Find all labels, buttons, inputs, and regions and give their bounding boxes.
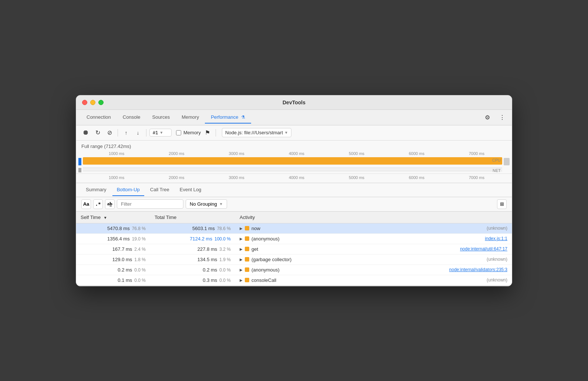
performance-icon: ⚗ bbox=[241, 115, 245, 120]
col-header-total-time[interactable]: Total Time bbox=[150, 212, 235, 223]
record-button[interactable]: ⏺ bbox=[81, 128, 91, 138]
col-header-activity: Activity bbox=[235, 212, 512, 223]
session-label: #1 bbox=[153, 130, 158, 135]
table-row: 167.7 ms2.4 %227.8 ms3.2 % ▶ get node:in… bbox=[76, 244, 512, 254]
expand-arrow[interactable]: ▶ bbox=[240, 247, 243, 251]
activity-cell: ▶ consoleCall (unknown) bbox=[235, 275, 512, 285]
activity-name: consoleCall bbox=[251, 277, 276, 283]
filter-input[interactable] bbox=[117, 199, 183, 209]
tab-performance[interactable]: Performance ⚗ bbox=[205, 111, 251, 124]
bottom-tabs: Summary Bottom-Up Call Tree Event Log bbox=[76, 183, 512, 197]
nav-tabs: Connection Console Sources Memory Perfor… bbox=[76, 110, 512, 125]
reload-button[interactable]: ↻ bbox=[92, 128, 103, 138]
source-link[interactable]: node:internal/util:647:17 bbox=[460, 246, 507, 252]
expand-arrow[interactable]: ▶ bbox=[240, 268, 243, 272]
source-link[interactable]: index.js:1:1 bbox=[485, 236, 507, 241]
time-mark-6000: 6000 ms bbox=[386, 151, 446, 156]
clear-button[interactable]: ⊘ bbox=[104, 128, 115, 138]
flamechart-button[interactable]: ⚑ bbox=[202, 128, 213, 138]
performance-table: Self Time ▼ Total Time Activity 5470.8 m… bbox=[76, 212, 512, 286]
sort-arrow-down: ▼ bbox=[104, 216, 107, 220]
session-selector[interactable]: #1 ▼ bbox=[149, 129, 172, 136]
total-time-cell: 7124.2 ms100.0 % bbox=[150, 233, 235, 244]
tab-connection[interactable]: Connection bbox=[81, 111, 117, 124]
activity-color-dot bbox=[245, 236, 249, 241]
aa-button[interactable]: Aa bbox=[81, 199, 91, 209]
settings-button[interactable]: ⚙ bbox=[482, 112, 493, 122]
case-button[interactable]: ab̲ bbox=[105, 199, 115, 209]
tab-bottom-up[interactable]: Bottom-Up bbox=[112, 184, 144, 196]
self-time-cell: 5470.8 ms76.8 % bbox=[76, 223, 150, 233]
activity-cell: ▶ now (unknown) bbox=[235, 223, 512, 233]
self-time-cell: 129.0 ms1.8 % bbox=[76, 254, 150, 264]
maximize-button[interactable] bbox=[98, 100, 104, 105]
download-button[interactable]: ↓ bbox=[133, 128, 143, 138]
tab-sources[interactable]: Sources bbox=[146, 111, 176, 124]
divider2 bbox=[146, 129, 146, 136]
expand-arrow[interactable]: ▶ bbox=[240, 278, 243, 282]
table-row: 1356.4 ms19.0 %7124.2 ms100.0 % ▶ (anony… bbox=[76, 233, 512, 244]
minimize-button[interactable] bbox=[90, 100, 95, 105]
tab-memory[interactable]: Memory bbox=[176, 111, 205, 124]
total-time-cell: 227.8 ms3.2 % bbox=[150, 244, 235, 254]
time-mark-b-6000: 6000 ms bbox=[386, 175, 446, 180]
time-mark-b-5000: 5000 ms bbox=[327, 175, 386, 180]
tab-event-log[interactable]: Event Log bbox=[175, 184, 206, 196]
source-plain: (unknown) bbox=[487, 277, 507, 283]
grouping-label: No Grouping bbox=[190, 201, 217, 207]
expand-arrow[interactable]: ▶ bbox=[240, 237, 243, 241]
memory-checkbox[interactable] bbox=[176, 130, 181, 135]
upload-button[interactable]: ↑ bbox=[121, 128, 131, 138]
time-mark-b-3000: 3000 ms bbox=[207, 175, 267, 180]
time-mark-5000: 5000 ms bbox=[327, 151, 386, 156]
self-time-cell: 167.7 ms2.4 % bbox=[76, 244, 150, 254]
activity-name: now bbox=[251, 226, 260, 231]
total-time-cell: 5603.1 ms78.6 % bbox=[150, 223, 235, 233]
memory-label: Memory bbox=[183, 130, 201, 135]
cpu-bar bbox=[83, 157, 502, 165]
activity-cell: ▶ (anonymous) node:internal/validators:2… bbox=[235, 264, 512, 275]
activity-name: get bbox=[251, 246, 258, 252]
time-mark-1000: 1000 ms bbox=[87, 151, 146, 156]
source-plain: (unknown) bbox=[487, 226, 507, 231]
table-row: 0.2 ms0.0 %0.2 ms0.0 % ▶ (anonymous) nod… bbox=[76, 264, 512, 275]
tab-call-tree[interactable]: Call Tree bbox=[146, 184, 174, 196]
expand-arrow[interactable]: ▶ bbox=[240, 226, 243, 230]
col-header-self-time[interactable]: Self Time ▼ bbox=[76, 212, 150, 223]
time-mark-b-2000: 2000 ms bbox=[146, 175, 206, 180]
cpu-label: CPU bbox=[492, 158, 501, 162]
more-button[interactable]: ⋮ bbox=[497, 112, 507, 122]
grouping-dropdown-icon: ▼ bbox=[219, 202, 223, 206]
net-label: NET bbox=[493, 168, 501, 173]
time-mark-b-4000: 4000 ms bbox=[267, 175, 327, 180]
activity-name: (anonymous) bbox=[251, 267, 280, 273]
total-time-cell: 134.5 ms1.9 % bbox=[150, 254, 235, 264]
close-button[interactable] bbox=[82, 100, 87, 105]
node-selector-label: Node.js: file:///Users/stmart bbox=[225, 130, 283, 135]
memory-checkbox-group: Memory bbox=[176, 130, 201, 135]
time-mark-2000: 2000 ms bbox=[146, 151, 206, 156]
range-label: Full range (7127.42ms) bbox=[76, 144, 512, 151]
self-time-cell: 1356.4 ms19.0 % bbox=[76, 233, 150, 244]
tab-summary[interactable]: Summary bbox=[81, 184, 111, 196]
divider1 bbox=[118, 129, 118, 136]
grouping-selector[interactable]: No Grouping ▼ bbox=[186, 199, 227, 209]
source-plain: (unknown) bbox=[487, 257, 507, 262]
source-link[interactable]: node:internal/validators:235:3 bbox=[449, 267, 507, 272]
activity-color-dot bbox=[245, 278, 249, 282]
regex-button[interactable]: .* bbox=[93, 199, 103, 209]
time-mark-3000: 3000 ms bbox=[207, 151, 267, 156]
expand-arrow[interactable]: ▶ bbox=[240, 257, 243, 262]
panel-toggle[interactable]: ⊞ bbox=[497, 199, 507, 209]
time-ruler-bottom: 1000 ms 2000 ms 3000 ms 4000 ms 5000 ms … bbox=[76, 173, 512, 181]
filter-bar: Aa .* ab̲ No Grouping ▼ ⊞ bbox=[76, 197, 512, 212]
activity-color-dot bbox=[245, 257, 249, 262]
time-ruler-top: 1000 ms 2000 ms 3000 ms 4000 ms 5000 ms … bbox=[76, 151, 512, 156]
self-time-cell: 0.2 ms0.0 % bbox=[76, 264, 150, 275]
activity-color-dot bbox=[245, 267, 249, 272]
activity-color-dot bbox=[245, 226, 249, 230]
time-mark-b-1000: 1000 ms bbox=[87, 175, 146, 180]
node-selector[interactable]: Node.js: file:///Users/stmart ▼ bbox=[222, 128, 291, 137]
tab-console[interactable]: Console bbox=[117, 111, 146, 124]
table-row: 5470.8 ms76.8 %5603.1 ms78.6 % ▶ now (un… bbox=[76, 223, 512, 233]
